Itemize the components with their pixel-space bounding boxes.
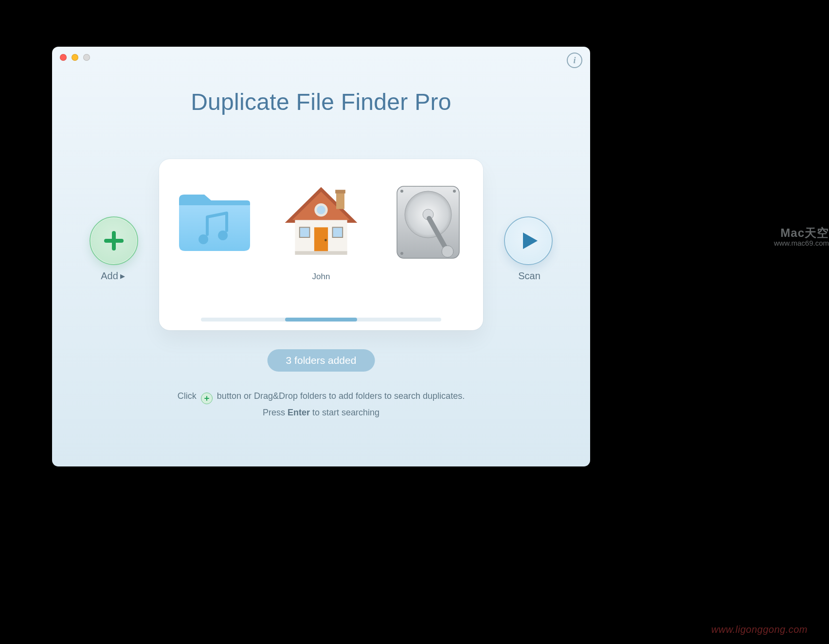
svg-rect-5 [336, 192, 344, 209]
window-controls [60, 54, 90, 61]
music-folder-icon [175, 191, 253, 254]
svg-point-18 [400, 190, 403, 193]
horizontal-scroll-thumb[interactable] [285, 318, 357, 322]
window-zoom-button[interactable] [83, 54, 90, 61]
watermark-bottom: www.ligonggong.com [711, 624, 808, 635]
scan-label: Scan [500, 270, 559, 282]
horizontal-scroll-track[interactable] [201, 318, 441, 322]
svg-rect-12 [333, 227, 343, 237]
add-button[interactable] [90, 216, 138, 265]
svg-rect-1 [104, 239, 124, 243]
app-title: Duplicate File Finder Pro [52, 89, 590, 115]
svg-rect-22 [204, 398, 209, 399]
home-folder-icon [282, 181, 360, 264]
plus-icon [201, 393, 213, 404]
disk-drive-icon [394, 183, 462, 261]
watermark-right: Mac天空 www.mac69.com [774, 227, 829, 248]
drop-zone-card[interactable]: John [159, 159, 483, 330]
svg-point-20 [400, 252, 403, 255]
chevron-right-icon: ▶ [120, 272, 125, 280]
svg-point-19 [453, 190, 456, 193]
add-label: Add▶ [84, 270, 142, 282]
svg-point-10 [324, 239, 327, 241]
svg-point-13 [316, 204, 327, 215]
folder-item-home[interactable]: John [275, 183, 367, 282]
info-icon: i [573, 55, 576, 66]
plus-icon [101, 228, 126, 253]
help-text-line-1: Click button or Drag&Drop folders to add… [52, 389, 590, 404]
folder-item-music[interactable] [168, 183, 260, 282]
svg-marker-2 [523, 233, 538, 249]
scan-button[interactable] [504, 216, 553, 265]
folder-items: John [159, 183, 483, 282]
folder-item-label: John [312, 272, 330, 282]
svg-rect-6 [335, 190, 345, 194]
svg-point-17 [442, 246, 453, 257]
svg-rect-8 [295, 251, 347, 255]
folders-count-badge: 3 folders added [268, 349, 375, 372]
play-icon [516, 229, 541, 253]
window-minimize-button[interactable] [72, 54, 78, 61]
svg-rect-11 [300, 227, 310, 237]
window-close-button[interactable] [60, 54, 67, 61]
folder-item-drive[interactable] [382, 183, 474, 282]
help-text-line-2: Press Enter to start searching [52, 406, 590, 420]
info-button[interactable]: i [567, 53, 582, 68]
app-window: i Duplicate File Finder Pro Add▶ Scan [52, 47, 590, 466]
